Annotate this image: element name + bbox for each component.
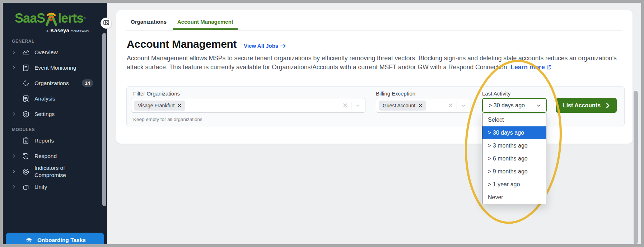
- squares-icon: [22, 183, 30, 191]
- dropdown-option-6-months-ago[interactable]: > 6 months ago: [482, 152, 546, 165]
- dropdown-option-30-days-ago[interactable]: > 30 days ago: [482, 126, 546, 139]
- filter-organizations-label: Filter Organizations: [133, 90, 180, 97]
- filter-hint: Keep empty for all organizations: [133, 117, 202, 122]
- sidebar-item-label: Settings: [34, 111, 55, 118]
- list-accounts-button[interactable]: List Accounts: [556, 98, 617, 113]
- organizations-multiselect[interactable]: Visage Frankfurt: [131, 98, 365, 113]
- kaseya-tagline: A Kaseya COMPANY: [11, 27, 90, 33]
- last-activity-value: > 30 days ago: [489, 102, 525, 109]
- dots-circle-icon: [22, 79, 30, 88]
- count-badge: 14: [82, 79, 93, 87]
- sidebar-item-label: Reports: [34, 137, 54, 144]
- nav-section-label: GENERAL: [12, 39, 107, 44]
- clipboard-chart-icon: [22, 136, 30, 145]
- sidebar-item-label: Event Monitoring: [34, 64, 76, 71]
- sidebar-item-unify[interactable]: Unify: [3, 179, 107, 195]
- sidebar-scrollbar-thumb[interactable]: [102, 33, 106, 206]
- area-chart-icon: [22, 48, 30, 57]
- org-tag-pill: Visage Frankfurt: [134, 101, 185, 111]
- clear-selection-icon[interactable]: [343, 103, 347, 108]
- chevron-down-icon[interactable]: [355, 103, 361, 108]
- last-activity-dropdown: Select> 30 days ago> 3 months ago> 6 mon…: [482, 113, 547, 204]
- billing-tag-pill: Guest Account: [379, 101, 426, 111]
- chevron-right-icon: [11, 169, 18, 174]
- billing-exception-label: Billing Exception: [376, 90, 415, 97]
- window-frame: SaaS lerts ® A Kase: [0, 0, 644, 247]
- chevron-right-icon: [11, 112, 18, 116]
- tab-account-management[interactable]: Account Management: [173, 19, 238, 30]
- panel-collapse-icon: [103, 20, 109, 27]
- saas-alerts-antenna-icon: [45, 11, 57, 27]
- dropdown-option-never[interactable]: Never: [482, 191, 546, 204]
- sidebar-item-reports[interactable]: Reports: [3, 133, 107, 148]
- remove-tag-icon[interactable]: [178, 104, 181, 107]
- graduation-cap-icon: [24, 236, 33, 244]
- sidebar-item-label: Respond: [34, 153, 57, 160]
- logo-text-saas: SaaS: [15, 11, 45, 26]
- sidebar-item-event-monitoring[interactable]: Event Monitoring: [3, 60, 107, 75]
- sidebar-item-respond[interactable]: Respond: [3, 148, 107, 164]
- chevron-right-icon: [606, 103, 610, 108]
- tab-bar: Organizations Account Management: [126, 10, 622, 31]
- sidebar-item-indicators-of-compromise[interactable]: Indicators of Compromise: [3, 164, 107, 179]
- nav-section-label: MODULES: [12, 127, 107, 132]
- target-icon: [22, 167, 30, 176]
- sidebar-collapse-button[interactable]: [101, 18, 112, 29]
- arrow-right-icon: [280, 44, 286, 48]
- app-logo: SaaS lerts ® A Kase: [11, 10, 90, 33]
- app-window: SaaS lerts ® A Kase: [3, 3, 641, 244]
- dropdown-option-1-year-ago[interactable]: > 1 year ago: [482, 178, 546, 191]
- sidebar-nav: GENERALOverviewEvent MonitoringOrganizat…: [3, 39, 107, 195]
- remove-tag-icon[interactable]: [419, 104, 422, 107]
- sidebar: SaaS lerts ® A Kase: [3, 3, 107, 244]
- hexagon-gear-icon: [22, 110, 30, 118]
- last-activity-select[interactable]: > 30 days ago: [482, 98, 547, 113]
- sync-icon: [22, 152, 30, 160]
- sidebar-item-analysis[interactable]: Analysis: [3, 91, 107, 106]
- filter-panel: Filter Organizations Billing Exception L…: [126, 86, 625, 126]
- select-controls: [343, 102, 365, 109]
- clear-selection-icon[interactable]: [448, 103, 453, 108]
- chevron-down-icon: [536, 103, 542, 108]
- clipboard-search-icon: [22, 94, 30, 103]
- divider: [457, 102, 457, 109]
- logo-trademark: ®: [83, 17, 86, 20]
- sidebar-item-settings[interactable]: Settings: [3, 106, 107, 122]
- view-all-jobs-link[interactable]: View All Jobs: [244, 43, 286, 49]
- sidebar-item-label: Analysis: [34, 95, 55, 102]
- learn-more-link[interactable]: Learn more: [510, 64, 551, 71]
- page-title: Account Management: [127, 38, 237, 50]
- sidebar-item-label: Overview: [34, 49, 58, 56]
- chevron-right-icon: [11, 50, 18, 55]
- sidebar-item-onboarding-tasks[interactable]: Onboarding Tasks: [6, 233, 104, 244]
- logo-text-lerts: lerts: [58, 11, 83, 26]
- divider: [351, 102, 351, 109]
- sidebar-item-organizations[interactable]: Organizations14: [3, 75, 107, 91]
- sidebar-item-label: Unify: [34, 183, 47, 191]
- sidebar-item-label: Organizations: [34, 80, 69, 87]
- sidebar-item-overview[interactable]: Overview: [3, 45, 107, 60]
- chevron-right-icon: [11, 154, 18, 158]
- billing-exception-multiselect[interactable]: Guest Account: [376, 98, 471, 113]
- tab-organizations[interactable]: Organizations: [126, 19, 171, 30]
- main-content-card: Organizations Account Management Account…: [116, 10, 633, 144]
- chevron-down-icon[interactable]: [461, 103, 466, 108]
- last-activity-label: Last Activity: [482, 90, 510, 97]
- chevron-right-icon: [11, 65, 18, 70]
- sidebar-item-label: Indicators of Compromise: [34, 164, 88, 179]
- page-description: Account Management allows MSPs to secure…: [127, 54, 624, 71]
- page-scrollbar-thumb[interactable]: [634, 91, 638, 244]
- chevron-right-icon: [11, 185, 18, 189]
- clipboard-check-icon: [22, 64, 30, 72]
- sidebar-item-label: Onboarding Tasks: [37, 237, 86, 244]
- external-link-icon: [546, 65, 552, 70]
- select-controls: [448, 102, 471, 109]
- dropdown-option-3-months-ago[interactable]: > 3 months ago: [482, 139, 546, 152]
- dropdown-option-select[interactable]: Select: [482, 113, 546, 126]
- dropdown-option-9-months-ago[interactable]: > 9 months ago: [482, 165, 546, 178]
